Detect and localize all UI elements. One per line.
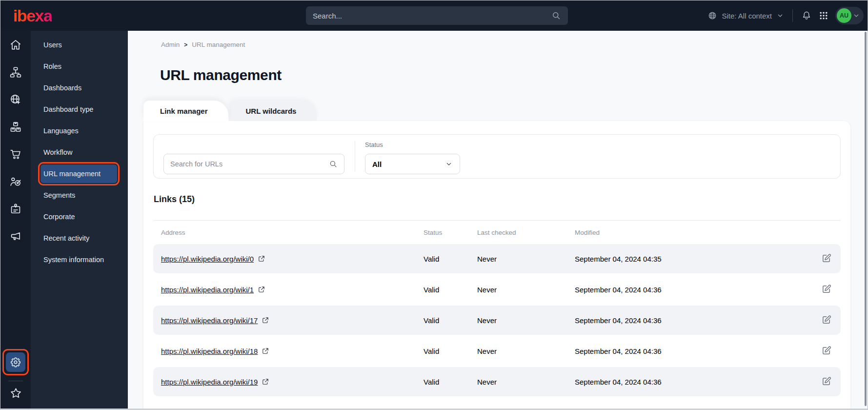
edit-url-button[interactable] — [820, 375, 833, 388]
modified-cell: September 04, 2024 04:36 — [575, 316, 806, 325]
chevron-down-icon — [776, 12, 784, 20]
table-body: https://pl.wikipedia.org/wiki/0 Valid Ne… — [153, 244, 841, 396]
search-icon[interactable] — [329, 160, 338, 168]
sidebar-item[interactable]: Languages — [40, 120, 117, 142]
modified-cell: September 04, 2024 04:35 — [575, 255, 806, 263]
modified-cell: September 04, 2024 04:36 — [575, 347, 806, 355]
url-link[interactable]: https://pl.wikipedia.org/wiki/18 — [161, 347, 258, 355]
address-cell: https://pl.wikipedia.org/wiki/19 — [161, 378, 424, 386]
sidebar-item[interactable]: Recent activity — [40, 227, 117, 249]
address-cell: https://pl.wikipedia.org/wiki/17 — [161, 316, 424, 325]
breadcrumb-admin[interactable]: Admin — [161, 41, 180, 48]
user-menu[interactable]: AU — [835, 7, 864, 24]
last-checked-cell: Never — [477, 286, 575, 294]
site-globe-icon[interactable] — [9, 93, 22, 106]
global-search[interactable] — [306, 6, 568, 25]
site-context-selector[interactable]: Site: All context — [707, 11, 784, 20]
site-structure-icon[interactable] — [9, 66, 22, 79]
modified-cell: September 04, 2024 04:36 — [575, 286, 806, 294]
chevron-down-icon — [445, 160, 453, 168]
sidebar-item[interactable]: Users — [40, 34, 117, 56]
sidebar-item-label: Dashboard type — [43, 105, 93, 113]
global-search-input[interactable] — [313, 12, 551, 20]
commerce-cart-icon[interactable] — [9, 148, 22, 161]
bookmarks-star-icon[interactable] — [9, 387, 22, 400]
sidebar-item[interactable]: URL management — [40, 164, 117, 183]
edit-url-button[interactable] — [820, 314, 833, 327]
edit-url-button[interactable] — [820, 252, 833, 265]
last-checked-cell: Never — [477, 347, 575, 355]
url-link[interactable]: https://pl.wikipedia.org/wiki/17 — [161, 316, 258, 325]
address-cell: https://pl.wikipedia.org/wiki/18 — [161, 347, 424, 355]
sidebar-item[interactable]: Workflow — [40, 142, 117, 163]
search-icon[interactable] — [551, 11, 561, 20]
external-link-icon — [258, 255, 265, 263]
breadcrumb-current: URL management — [192, 41, 245, 48]
last-checked-cell: Never — [477, 255, 575, 263]
main-content: Admin > URL management URL management Li… — [128, 31, 868, 409]
status-cell: Valid — [424, 255, 477, 263]
sidebar-item-label: Dashboards — [43, 84, 81, 92]
chevron-down-icon — [852, 12, 860, 20]
sidebar-item[interactable]: Segments — [40, 184, 117, 206]
product-catalog-icon[interactable] — [9, 121, 22, 133]
topbar-divider — [792, 9, 793, 22]
globe-icon — [707, 11, 717, 20]
table-row: https://pl.wikipedia.org/wiki/17 Valid N… — [153, 306, 841, 335]
status-filter-label: Status — [365, 141, 383, 148]
sidebar-item[interactable]: Dashboards — [40, 77, 117, 99]
sidebar-item[interactable]: Roles — [40, 56, 117, 77]
sidebar-item-label: Workflow — [43, 148, 72, 156]
tab-url-wildcards[interactable]: URL wildcards — [229, 101, 317, 121]
tab-link-manager[interactable]: Link manager — [143, 101, 228, 121]
url-link[interactable]: https://pl.wikipedia.org/wiki/19 — [161, 378, 258, 386]
topbar-right-cluster: Site: All context AU — [707, 0, 864, 31]
admin-sidebar: Users Roles Dashboards Dashboard type La… — [31, 31, 128, 409]
admin-active-highlight — [2, 349, 29, 375]
app-grid-icon[interactable] — [818, 10, 829, 21]
url-search-field[interactable] — [163, 154, 344, 174]
rail-divider — [8, 381, 23, 381]
last-checked-cell: Never — [477, 378, 575, 386]
table-row: https://pl.wikipedia.org/wiki/0 Valid Ne… — [153, 244, 841, 273]
col-modified: Modified — [575, 229, 806, 236]
ibexa-logo: ibexa — [13, 6, 52, 25]
sidebar-item-label: Segments — [43, 191, 75, 199]
filter-divider — [355, 141, 355, 172]
table-row: https://pl.wikipedia.org/wiki/1 Valid Ne… — [153, 275, 841, 304]
sidebar-item-label: URL management — [43, 170, 101, 178]
page-title: URL management — [160, 67, 282, 83]
avatar: AU — [837, 8, 851, 23]
vertical-scrollbar[interactable] — [865, 32, 867, 406]
external-link-icon — [262, 347, 269, 355]
table-row: https://pl.wikipedia.org/wiki/19 Valid N… — [153, 367, 841, 396]
edit-url-button[interactable] — [820, 283, 833, 296]
admin-gear-icon[interactable] — [6, 352, 25, 372]
edit-url-button[interactable] — [820, 345, 833, 357]
address-cell: https://pl.wikipedia.org/wiki/1 — [161, 286, 424, 294]
url-link[interactable]: https://pl.wikipedia.org/wiki/0 — [161, 255, 254, 263]
tabs: Link manager URL wildcards — [143, 101, 317, 121]
breadcrumb: Admin > URL management — [161, 41, 245, 48]
status-filter-value: All — [372, 160, 382, 168]
sidebar-item[interactable]: Dashboard type — [40, 99, 117, 120]
corporate-badge-icon[interactable] — [9, 203, 22, 215]
breadcrumb-separator: > — [184, 41, 187, 48]
bell-icon[interactable] — [801, 10, 812, 21]
external-link-icon — [262, 316, 269, 324]
url-search-input[interactable] — [170, 160, 329, 168]
col-status: Status — [424, 229, 477, 236]
sidebar-item[interactable]: System information — [40, 249, 117, 270]
sidebar-item[interactable]: Corporate — [40, 206, 117, 227]
address-cell: https://pl.wikipedia.org/wiki/0 — [161, 255, 424, 263]
status-cell: Valid — [424, 316, 477, 325]
table-header: Address Status Last checked Modified — [153, 220, 841, 244]
home-icon[interactable] — [9, 39, 22, 51]
icon-rail — [0, 31, 31, 409]
sidebar-item-label: Languages — [43, 127, 79, 135]
marketing-megaphone-icon[interactable] — [9, 230, 22, 243]
sidebar-item-label: Roles — [43, 62, 61, 70]
status-filter-select[interactable]: All — [365, 154, 460, 174]
customer-segments-icon[interactable] — [9, 175, 22, 188]
url-link[interactable]: https://pl.wikipedia.org/wiki/1 — [161, 286, 254, 294]
